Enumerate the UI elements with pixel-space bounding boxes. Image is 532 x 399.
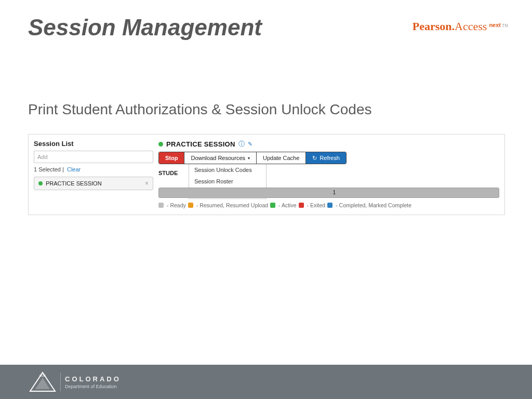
footer-line2: Department of Education (65, 384, 121, 389)
footer-bar: CDE COLORADO Department of Education (0, 365, 532, 399)
menu-unlock-codes[interactable]: Session Unlock Codes (189, 164, 266, 176)
add-session-input[interactable]: Add (34, 151, 153, 163)
refresh-icon: ↻ (312, 155, 317, 162)
brand-access: Access (455, 20, 487, 33)
refresh-label: Refresh (320, 155, 340, 161)
session-item-label: PRACTICE SESSION (46, 180, 142, 187)
app-panel: Session List Add 1 Selected | Clear PRAC… (28, 134, 505, 215)
cde-logo: CDE COLORADO Department of Education (29, 371, 121, 392)
download-label: Download Resources (191, 155, 245, 161)
status-dot-icon (38, 181, 43, 185)
refresh-button[interactable]: ↻ Refresh (306, 152, 346, 164)
swatch-ready-icon (158, 203, 164, 208)
legend-complete: - Completed, Marked Complete (336, 202, 411, 208)
status-legend: - Ready - Resumed, Resumed Upload - Acti… (158, 202, 499, 208)
footer-divider (60, 373, 61, 391)
footer-line1: COLORADO (65, 375, 121, 383)
legend-resumed: - Resumed, Resumed Upload (196, 202, 268, 208)
cde-text: COLORADO Department of Education (65, 375, 121, 389)
students-label: STUDE (158, 168, 178, 176)
brand-pearson: Pearson. (413, 20, 455, 33)
legend-ready: - Ready (167, 202, 186, 208)
selected-count-row: 1 Selected | Clear (34, 166, 153, 172)
caret-down-icon: ▾ (248, 156, 250, 161)
swatch-complete-icon (327, 203, 332, 208)
session-header: PRACTICE SESSION ⓘ ✎ (158, 140, 499, 149)
swatch-active-icon (270, 203, 275, 208)
edit-icon[interactable]: ✎ (248, 141, 252, 148)
session-list-panel: Session List Add 1 Selected | Clear PRAC… (34, 140, 153, 208)
clear-link[interactable]: Clear (67, 166, 81, 172)
info-icon[interactable]: ⓘ (238, 140, 245, 149)
update-cache-button[interactable]: Update Cache (257, 152, 306, 164)
brand-next: next (489, 22, 501, 28)
session-name: PRACTICE SESSION (166, 140, 235, 148)
swatch-resumed-icon (188, 203, 193, 208)
student-progress-bar: 1 (158, 188, 499, 198)
remove-session-icon[interactable]: × (145, 180, 149, 187)
page-title: Session Management (28, 15, 262, 41)
selected-count: 1 Selected | (34, 166, 64, 172)
add-placeholder: Add (37, 154, 48, 160)
brand-tm: TM (502, 23, 508, 28)
session-detail-panel: PRACTICE SESSION ⓘ ✎ Stop Download Resou… (158, 140, 499, 208)
legend-exited: - Exited (307, 202, 326, 208)
menu-session-roster[interactable]: Session Roster (189, 176, 266, 187)
session-toolbar: Stop Download Resources ▾ Update Cache ↻… (158, 152, 347, 164)
download-resources-button[interactable]: Download Resources ▾ (184, 152, 257, 164)
cde-mark-icon: CDE (29, 371, 56, 392)
legend-active: - Active (278, 202, 296, 208)
session-list-item[interactable]: PRACTICE SESSION × (34, 177, 153, 190)
swatch-exited-icon (299, 203, 304, 208)
progress-count: 1 (333, 190, 336, 195)
status-dot-icon (158, 142, 163, 147)
cde-badge-text: CDE (39, 374, 46, 377)
stop-button[interactable]: Stop (159, 152, 184, 164)
subtitle: Print Student Authorizations & Session U… (28, 101, 371, 118)
brand-logo: Pearson.AccessnextTM (413, 20, 508, 33)
session-list-heading: Session List (34, 140, 153, 148)
